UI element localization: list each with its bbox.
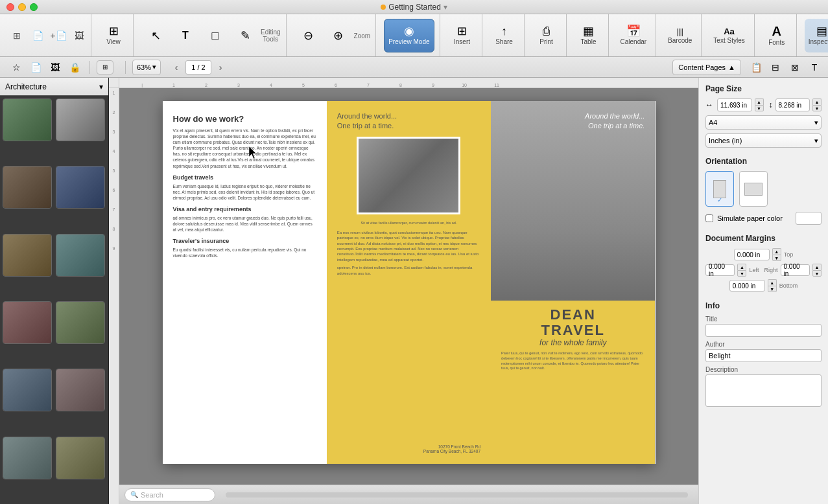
calendar-button[interactable]: 📅 Calendar <box>617 19 651 52</box>
template-item[interactable] <box>56 301 105 344</box>
page-thumb-icon[interactable]: 📋 <box>748 59 764 76</box>
text-tool-button[interactable]: T <box>171 19 200 52</box>
height-up[interactable]: ▲ <box>812 98 822 105</box>
template-item[interactable] <box>56 98 105 141</box>
share-button[interactable]: ↑ Share <box>490 19 519 52</box>
right-up[interactable]: ▲ <box>812 264 822 270</box>
grid-view-button[interactable]: ⊞ <box>97 60 113 74</box>
horizontal-ruler: | 1 2 3 4 5 6 7 8 9 10 11 <box>119 78 698 88</box>
top-down[interactable]: ▼ <box>772 255 781 261</box>
plus-doc-icon[interactable]: 🖼 <box>47 59 64 76</box>
text-styles-button[interactable]: Aa Text Styles <box>709 19 748 52</box>
shape-tool-button[interactable]: □ <box>201 19 230 52</box>
view-button[interactable]: ⊞ View <box>99 19 128 52</box>
table-button[interactable]: ▦ Table <box>574 19 603 52</box>
align-icon[interactable]: ⊠ <box>787 59 803 76</box>
photo-icon[interactable]: 🖼 <box>70 27 88 45</box>
text-styles-icon: Aa <box>724 27 735 36</box>
template-item[interactable] <box>56 437 105 479</box>
width-up[interactable]: ▲ <box>755 98 764 105</box>
zoom-out-button[interactable]: ⊖ <box>294 19 323 52</box>
bottom-down[interactable]: ▼ <box>768 286 777 292</box>
author-field-label: Author <box>705 341 822 348</box>
arrow-tool-button[interactable]: ↖ <box>141 19 170 52</box>
template-item[interactable] <box>56 234 105 277</box>
print-icon: ⎙ <box>543 25 550 37</box>
paper-color-swatch[interactable] <box>796 212 822 225</box>
width-down[interactable]: ▼ <box>755 105 764 111</box>
left-label: Left <box>749 267 759 273</box>
template-item[interactable] <box>56 166 105 209</box>
landscape-option[interactable] <box>739 171 768 207</box>
doc-icon[interactable]: 📄 <box>27 59 44 76</box>
sidebar-toggle-icon[interactable]: ⊞ <box>8 27 26 45</box>
author-input[interactable]: Belight <box>705 349 822 362</box>
units-select[interactable]: Inches (in) ▾ <box>705 133 822 148</box>
title-input[interactable] <box>705 324 822 337</box>
insurance-title: Traveler's insurance <box>173 238 316 244</box>
lock-icon[interactable]: 🔒 <box>66 59 83 76</box>
print-button[interactable]: ⎙ Print <box>532 19 561 52</box>
paper-size-select[interactable]: A4 ▾ <box>705 115 822 130</box>
content-pages-button[interactable]: Content Pages ▲ <box>672 60 741 75</box>
description-input[interactable] <box>705 374 822 407</box>
page-icon[interactable]: 📄 <box>29 27 47 45</box>
right-margin-input[interactable]: 0.000 in <box>781 264 810 276</box>
insert-button[interactable]: ⊞ Insert <box>448 19 477 52</box>
template-item[interactable] <box>3 166 52 209</box>
bottom-margin-input[interactable]: 0.000 in <box>729 280 765 292</box>
width-stepper[interactable]: ▲ ▼ <box>755 98 764 111</box>
template-sidebar: Architecture ▾ <box>0 78 109 504</box>
zoom-out-icon: ⊖ <box>303 30 313 41</box>
right-down[interactable]: ▼ <box>812 270 822 277</box>
width-input[interactable]: 11.693 in <box>717 98 752 111</box>
template-item[interactable] <box>56 369 105 411</box>
search-box[interactable]: 🔍 Search <box>124 488 215 501</box>
left-margin-input[interactable]: 0.000 in <box>705 264 735 276</box>
close-button[interactable] <box>6 3 14 11</box>
simulate-paper-checkbox[interactable] <box>705 214 713 222</box>
canvas-scroll[interactable]: How do we work? Vix et agam praesent, id… <box>119 88 698 485</box>
prev-page-button[interactable]: ‹ <box>170 61 183 74</box>
barcode-button[interactable]: ||| Barcode <box>664 19 696 52</box>
text-format-icon[interactable]: T <box>806 59 823 76</box>
dropdown-arrow: ▾ <box>99 82 103 91</box>
top-margin-input[interactable]: 0.000 in <box>734 249 770 260</box>
left-stepper[interactable]: ▲ ▼ <box>737 264 746 277</box>
template-item[interactable] <box>3 301 52 344</box>
budget-title: Budget travels <box>173 174 316 181</box>
category-dropdown[interactable]: Architecture ▾ <box>0 78 108 96</box>
preview-mode-button[interactable]: ◉ Preview Mode <box>384 19 434 52</box>
bottom-up[interactable]: ▲ <box>768 279 777 286</box>
top-up[interactable]: ▲ <box>772 248 781 255</box>
main-area: Architecture ▾ 1 2 3 4 5 <box>0 78 828 504</box>
height-input[interactable]: 8.268 in <box>775 98 810 111</box>
top-stepper[interactable]: ▲ ▼ <box>772 248 781 261</box>
window-title: Getting Started ▾ <box>381 3 447 12</box>
layout-icon[interactable]: ⊟ <box>767 59 784 76</box>
right-stepper[interactable]: ▲ ▼ <box>812 264 822 277</box>
template-item[interactable] <box>3 369 52 411</box>
bottom-stepper[interactable]: ▲ ▼ <box>768 279 777 292</box>
pen-tool-button[interactable]: ✎ <box>231 19 259 52</box>
template-item[interactable] <box>3 437 52 479</box>
template-item[interactable] <box>3 98 52 141</box>
horizontal-scrollbar[interactable] <box>226 492 688 498</box>
left-down[interactable]: ▼ <box>737 270 746 277</box>
add-page-icon[interactable]: +📄 <box>49 27 67 45</box>
height-stepper[interactable]: ▲ ▼ <box>812 98 822 111</box>
inspector-button[interactable]: ▤ Inspector <box>805 19 828 52</box>
left-up[interactable]: ▲ <box>737 264 746 270</box>
fullscreen-button[interactable] <box>30 3 38 11</box>
fonts-group: A Fonts <box>757 14 797 56</box>
star-icon[interactable]: ☆ <box>8 59 25 76</box>
minimize-button[interactable] <box>18 3 26 11</box>
zoom-control[interactable]: 63% ▾ <box>132 60 161 75</box>
fonts-button[interactable]: A Fonts <box>763 19 791 52</box>
portrait-option[interactable]: ✓ <box>705 171 734 207</box>
template-item[interactable] <box>3 234 52 277</box>
next-page-button[interactable]: › <box>214 61 227 74</box>
page-input[interactable] <box>185 60 211 74</box>
height-down[interactable]: ▼ <box>812 105 822 111</box>
zoom-in-button[interactable]: ⊕ <box>324 19 353 52</box>
